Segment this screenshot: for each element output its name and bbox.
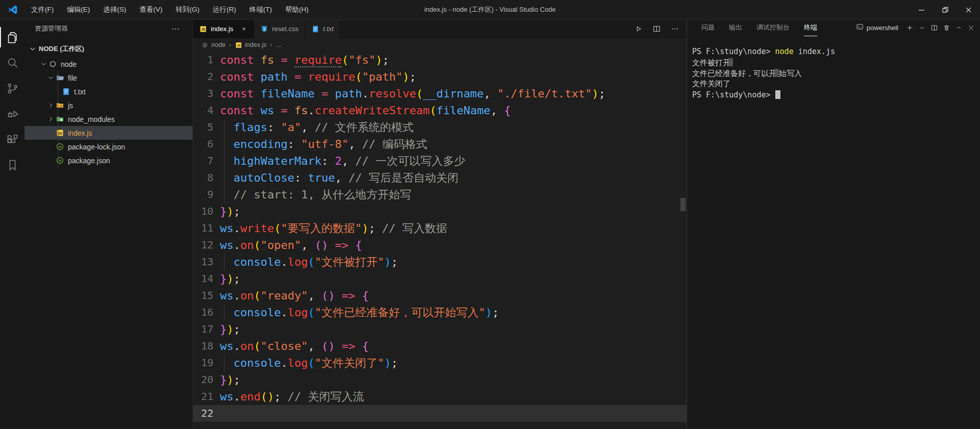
code-token: , [341, 155, 355, 167]
code-token: ) [227, 205, 233, 218]
code-token: : [267, 121, 281, 134]
code-token: highWaterMark [234, 155, 322, 167]
code-token: "fs" [349, 54, 376, 66]
code-line-6[interactable]: 6 encoding: "utf-8", // 编码格式 [193, 136, 687, 153]
code-line-4[interactable]: 4const ws = fs.createWriteStream(fileNam… [193, 102, 687, 119]
code-line-3[interactable]: 3const fileName = path.resolve(__dirname… [193, 85, 687, 102]
code-token: ws [220, 340, 234, 352]
close-tab-icon[interactable]: × [240, 24, 248, 33]
code-line-22[interactable]: 22 [193, 405, 687, 422]
tree-item-node-modules[interactable]: node_modules [24, 112, 192, 126]
activity-item-bookmarks[interactable] [0, 152, 24, 178]
close-window-button[interactable] [957, 0, 980, 19]
more-button[interactable] [667, 22, 682, 36]
terminal-ghost-block [728, 58, 733, 66]
launch-profile-dropdown-button[interactable] [916, 21, 928, 34]
code-line-12[interactable]: 12ws.on("open", () => { [193, 237, 687, 254]
tree-item-index-js[interactable]: JSindex.js [24, 126, 192, 140]
code-token: encoding [234, 138, 288, 150]
tree-item-js[interactable]: JSjs [24, 98, 192, 112]
code-token: . [234, 239, 240, 251]
code-line-content: }); [220, 270, 687, 287]
maximize-panel-button[interactable] [952, 21, 965, 34]
menu-item-6[interactable]: 终端(T) [243, 0, 279, 19]
code-line-7[interactable]: 7 highWaterMark: 2, // 一次可以写入多少 [193, 153, 687, 169]
menu-item-0[interactable]: 文件(F) [24, 0, 60, 19]
code-line-1[interactable]: 1const fs = require("fs"); [193, 52, 687, 68]
more-actions-icon[interactable]: ⋯ [166, 24, 185, 34]
close-panel-button[interactable] [965, 21, 977, 34]
code-line-14[interactable]: 14}); [193, 270, 687, 287]
code-token: ) [227, 373, 233, 386]
kill-terminal-button[interactable] [940, 21, 952, 34]
code-line-9[interactable]: 9 // start: 1, 从什么地方开始写 [193, 186, 687, 203]
code-line-21[interactable]: 21ws.end(); // 关闭写入流 [193, 388, 687, 405]
tree-item-file[interactable]: file [24, 71, 192, 85]
activity-item-explorer[interactable] [0, 24, 24, 50]
menu-item-1[interactable]: 编辑(E) [60, 0, 96, 19]
new-terminal-button[interactable] [903, 21, 916, 34]
activity-item-search[interactable] [0, 50, 24, 75]
terminal-instance[interactable]: powershell [856, 23, 898, 32]
code-token: ; [369, 222, 382, 235]
workspace-section-header[interactable]: NODE (工作区) [24, 42, 192, 56]
tab-index-js[interactable]: JSindex.js× [193, 19, 254, 38]
minimize-button[interactable] [910, 0, 933, 19]
tab-reset-css[interactable]: 3reset.css [254, 19, 305, 38]
menu-item-2[interactable]: 选择(S) [96, 0, 133, 19]
code-token: on [240, 239, 254, 251]
code-line-17[interactable]: 17}); [193, 321, 687, 338]
menu-item-3[interactable]: 查看(V) [133, 0, 169, 19]
code-token: ws [220, 390, 234, 403]
code-token: // 关闭写入流 [288, 390, 364, 403]
panel-tab-问题[interactable]: 问题 [701, 19, 715, 36]
code-token: { [355, 239, 362, 251]
tree-item-package-json[interactable]: JSpackage.json [24, 154, 192, 167]
svg-text:JS: JS [58, 146, 62, 148]
code-token: ( [355, 70, 362, 83]
code-line-2[interactable]: 2const path = require("path"); [193, 68, 687, 85]
run-button[interactable] [630, 22, 646, 36]
activity-item-extensions[interactable] [0, 127, 24, 152]
code-token: : [322, 155, 335, 167]
editor-scrollbar-thumb[interactable] [680, 198, 685, 211]
restore-button[interactable] [933, 0, 957, 19]
activity-item-source-control[interactable] [0, 75, 24, 101]
menu-bar: 文件(F)编辑(E)选择(S)查看(V)转到(G)运行(R)终端(T)帮助(H) [24, 0, 315, 19]
panel-tab-输出[interactable]: 输出 [729, 19, 742, 36]
file-css-icon: 3 [260, 25, 268, 33]
code-line-15[interactable]: 15ws.on("ready", () => { [193, 287, 687, 304]
menu-item-5[interactable]: 运行(R) [206, 0, 243, 19]
code-line-content: ws.end(); // 关闭写入流 [220, 388, 687, 405]
terminal-text: 文件已经准备好，可以开 [692, 69, 776, 78]
tree-item-package-lock-json[interactable]: JSpackage-lock.json [24, 140, 192, 154]
menu-item-4[interactable]: 转到(G) [169, 0, 206, 19]
breadcrumb-item-2[interactable]: … [276, 41, 282, 48]
code-token: // 编码格式 [362, 138, 427, 150]
file-text-icon [61, 87, 70, 96]
breadcrumb-item-1[interactable]: JSindex.js [235, 41, 266, 49]
split-terminal-button[interactable] [928, 21, 940, 34]
tree-item-t-txt[interactable]: t.txt [24, 85, 192, 98]
code-line-16[interactable]: 16 console.log("文件已经准备好，可以开始写入"); [193, 304, 687, 321]
code-line-18[interactable]: 18ws.on("close", () => { [193, 338, 687, 355]
split-editor-button[interactable] [649, 22, 664, 36]
code-line-content: ws.on("ready", () => { [220, 287, 687, 304]
panel-tab-调试控制台[interactable]: 调试控制台 [756, 19, 790, 36]
code-line-10[interactable]: 10}); [193, 203, 687, 220]
code-line-8[interactable]: 8 autoClose: true, // 写后是否自动关闭 [193, 169, 687, 186]
terminal-output[interactable]: PS F:\study\node> node index.js文件被打开文件已经… [692, 47, 978, 429]
code-line-13[interactable]: 13 console.log("文件被打开"); [193, 254, 687, 270]
code-line-20[interactable]: 20}); [193, 371, 687, 388]
tree-item-node[interactable]: node [24, 57, 192, 71]
code-line-19[interactable]: 19 console.log("文件关闭了"); [193, 355, 687, 371]
code-line-11[interactable]: 11ws.write("要写入的数据"); // 写入数据 [193, 220, 687, 237]
tab-t-txt[interactable]: t.txt [305, 19, 340, 38]
panel-tab-终端[interactable]: 终端 [804, 19, 817, 36]
activity-item-run-debug[interactable] [0, 101, 24, 127]
tree-item-label: node_modules [68, 115, 115, 123]
menu-item-7[interactable]: 帮助(H) [279, 0, 315, 19]
breadcrumb-item-0[interactable]: node [201, 41, 226, 49]
code-editor[interactable]: 1const fs = require("fs");2const path = … [193, 52, 687, 429]
code-line-5[interactable]: 5 flags: "a", // 文件系统的模式 [193, 119, 687, 136]
